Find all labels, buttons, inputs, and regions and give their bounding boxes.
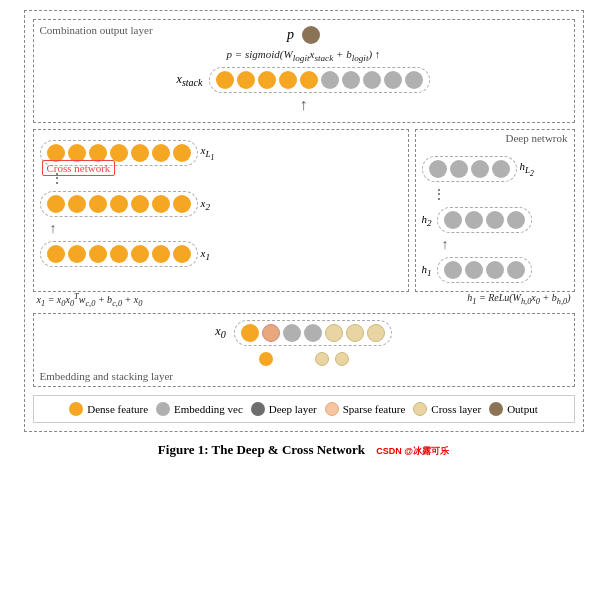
legend-sparse-icon: [325, 402, 339, 416]
xstack-node: [258, 71, 276, 89]
h1-row: h1: [422, 257, 568, 283]
legend-embedding-label: Embedding vec: [174, 403, 243, 415]
xstack-node: [237, 71, 255, 89]
legend-sparse: Sparse feature: [325, 402, 406, 416]
xstack-nodes: [209, 67, 430, 93]
middle-section: xL1 Cross network ⋮ x2 ↑: [33, 129, 575, 292]
legend-cross-label: Cross layer: [431, 403, 481, 415]
x1-label: x1: [201, 247, 210, 262]
deep-formula: h1 = ReLu(Wh,0x0 + bh,0): [467, 292, 570, 308]
xstack-node: [216, 71, 234, 89]
xstack-node: [363, 71, 381, 89]
xstack-node: [300, 71, 318, 89]
x0-label: x0: [215, 324, 225, 340]
xstack-node: [342, 71, 360, 89]
legend-dense-icon: [69, 402, 83, 416]
deep-network-label: Deep netwrok: [505, 132, 567, 144]
legend-output: Output: [489, 402, 538, 416]
up-arrow-combination: ↑: [42, 96, 566, 114]
legend-deep-label: Deep layer: [269, 403, 317, 415]
cross-arrow-up: ↑: [50, 221, 402, 237]
deep-network-box: Deep netwrok hL2 ⋮ h2: [415, 129, 575, 292]
embedding-label: Embedding and stacking layer: [40, 370, 174, 382]
combination-formula: p = sigmoid(Wlogitxstack + blogit) ↑: [42, 48, 566, 63]
embedding-section: x0 Embedding and stacking layer: [33, 313, 575, 387]
p-node: [302, 26, 320, 44]
caption-text: Figure 1: The Deep & Cross Network: [158, 442, 365, 457]
xstack-node: [321, 71, 339, 89]
xstack-node: [384, 71, 402, 89]
h2-nodes: [437, 207, 532, 233]
legend: Dense feature Embedding vec Deep layer S…: [33, 395, 575, 423]
hl2-label: hL2: [520, 160, 534, 178]
h2-label: h2: [422, 213, 432, 228]
middle-formulas: x1 = x0x0Twc,0 + bc,0 + x0 h1 = ReLu(Wh,…: [33, 292, 575, 308]
p-label: p: [287, 27, 294, 43]
x1-row: x1: [40, 241, 402, 267]
h2-row: h2: [422, 207, 568, 233]
legend-embedding: Embedding vec: [156, 402, 243, 416]
hl2-row: hL2: [422, 156, 568, 182]
xstack-label: xstack: [177, 72, 203, 88]
xstack-node: [279, 71, 297, 89]
cross-network-box: xL1 Cross network ⋮ x2 ↑: [33, 129, 409, 292]
x0-nodes: [234, 320, 392, 346]
figure-caption: Figure 1: The Deep & Cross Network CSDN …: [158, 442, 449, 458]
x0-group: [234, 320, 392, 346]
legend-cross-icon: [413, 402, 427, 416]
x2-row: x2: [40, 191, 402, 217]
xstack-node: [405, 71, 423, 89]
xstack-row: xstack: [42, 67, 566, 93]
legend-embedding-icon: [156, 402, 170, 416]
deep-dots: ⋮: [432, 186, 568, 203]
legend-deep-icon: [251, 402, 265, 416]
legend-dense: Dense feature: [69, 402, 148, 416]
legend-output-label: Output: [507, 403, 538, 415]
diagram-container: Combination output layer p p = sigmoid(W…: [24, 10, 584, 432]
combination-layer: Combination output layer p p = sigmoid(W…: [33, 19, 575, 123]
legend-sparse-label: Sparse feature: [343, 403, 406, 415]
legend-deep: Deep layer: [251, 402, 317, 416]
h1-nodes: [437, 257, 532, 283]
combination-layer-label: Combination output layer: [40, 24, 153, 36]
legend-cross: Cross layer: [413, 402, 481, 416]
watermark: CSDN @冰露可乐: [376, 446, 449, 456]
cross-network-label: Cross network: [42, 160, 116, 176]
x2-label: x2: [201, 197, 210, 212]
h1-label: h1: [422, 263, 432, 278]
xl1-label: xL1: [201, 144, 215, 162]
x1-nodes: [40, 241, 198, 267]
x0-row: x0: [42, 320, 566, 346]
hl2-nodes: [422, 156, 517, 182]
x2-nodes: [40, 191, 198, 217]
cross-formula: x1 = x0x0Twc,0 + bc,0 + x0: [37, 292, 143, 308]
legend-output-icon: [489, 402, 503, 416]
legend-dense-label: Dense feature: [87, 403, 148, 415]
deep-arrow-up: ↑: [442, 237, 568, 253]
